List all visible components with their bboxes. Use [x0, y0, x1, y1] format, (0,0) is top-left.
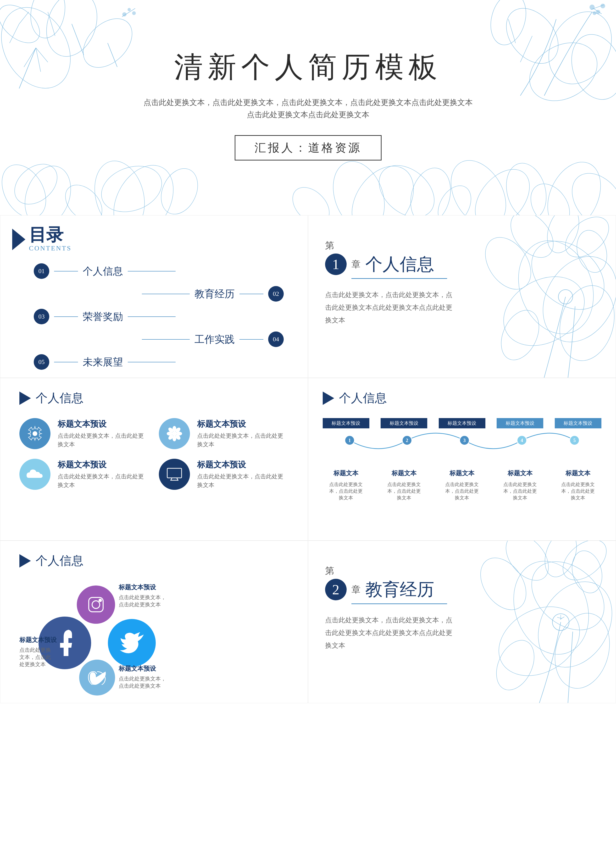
personal-info-timeline-title: 个人信息	[339, 390, 387, 406]
svg-point-61	[541, 215, 585, 257]
svg-point-28	[486, 0, 531, 49]
svg-point-91	[501, 551, 601, 665]
svg-point-47	[561, 163, 616, 215]
svg-point-20	[519, 31, 608, 108]
icon-circle-monitor	[159, 459, 190, 490]
svg-point-42	[405, 163, 457, 215]
icon-text-2: 标题文本预设 点击此处处更换文本，点击此处更换文本	[197, 419, 289, 449]
personal-info-timeline-slide: 个人信息 标题文本预设 标题文本预设 标题文本预设 标题文本预设 标题文本预设 …	[308, 378, 616, 540]
chapter1-title: 个人信息	[365, 253, 434, 276]
timeline-descs: 点击此处更换文本，点击此处更换文本 点击此处更换文本，点击此处更换文本 点击此处…	[323, 481, 602, 501]
svg-point-63	[33, 431, 37, 436]
svg-point-23	[601, 4, 605, 8]
chapter2-underline	[351, 603, 447, 604]
chapter2-content: 第 2 章 教育经历 点击此处更换文本，点击此处更换文本，点击此处更换文本点此处…	[325, 565, 457, 652]
vimeo-desc: 点击此处更换文本，点击此处更换文本	[119, 675, 166, 690]
svg-point-38	[154, 163, 204, 215]
instagram-desc: 点击此处更换文本，点击此处更换文本	[119, 594, 166, 608]
svg-point-98	[489, 634, 542, 696]
icon-circle-gear	[19, 418, 50, 449]
icon-item-1: 标题文本预设 点击此处处更换文本，点击此处更换文本	[19, 418, 149, 449]
cover-title: 清新个人简历模板	[93, 48, 523, 87]
timeline-sub-2: 标题文本	[380, 469, 427, 477]
timeline-desc-3: 点击此处更换文本，点击此处更换文本	[439, 481, 486, 501]
personal-info-timeline-header: 个人信息	[323, 390, 602, 406]
facebook-desc: 点击此处更换文本，点击此处更换文本	[19, 647, 51, 668]
svg-point-36	[95, 158, 168, 215]
personal-info-icons-title: 个人信息	[36, 390, 83, 406]
toc-title-cn: 目录	[29, 226, 72, 243]
chapter2-floral	[467, 541, 616, 703]
svg-point-52	[528, 243, 616, 355]
toc-item-5: 05 未来展望	[19, 354, 298, 370]
bubble-twitter	[108, 619, 156, 667]
chapter1-content: 第 1 章 个人信息 点击此处更换文本，点击此处更换文本，点击此处更换文本点此处…	[325, 239, 457, 327]
toc-label-4: 工作实践	[195, 333, 235, 346]
svg-point-54	[518, 227, 616, 324]
chapter-word-pre: 第	[325, 239, 457, 251]
toc-num-2: 02	[268, 286, 284, 302]
chapter2-word-post: 章	[351, 584, 360, 596]
toc-num-1: 01	[34, 263, 49, 279]
toc-line-1	[54, 271, 78, 272]
svg-point-0	[0, 0, 85, 101]
cover-slide: 清新个人简历模板 点击此处更换文本，点击此处更换文本，点击此处更换文本，点击此处…	[0, 0, 616, 215]
svg-point-34	[87, 155, 152, 215]
svg-rect-73	[167, 468, 182, 478]
timeline-desc-5: 点击此处更换文本，点击此处更换文本	[555, 481, 602, 501]
toc-num-5: 05	[34, 354, 49, 370]
svg-point-35	[102, 154, 185, 215]
personal-info-icons-slide: 个人信息 标题文本预设 点击此处处更换文本，点击此处更换文本	[0, 378, 308, 540]
toc-header: 目录 CONTENTS	[29, 226, 72, 252]
svg-point-95	[547, 607, 616, 694]
svg-line-3	[36, 48, 48, 62]
svg-point-53	[491, 262, 597, 360]
svg-line-6	[72, 24, 84, 55]
chapter1-slide: 第 1 章 个人信息 点击此处更换文本，点击此处更换文本，点击此处更换文本点此处…	[308, 215, 616, 378]
section-triangle-1	[19, 391, 31, 405]
toc-label-1: 个人信息	[83, 264, 123, 278]
svg-point-100	[497, 541, 557, 588]
icon-desc-3: 点击此处处更换文本，点击此处更换文本	[58, 472, 149, 489]
svg-point-24	[593, 11, 596, 15]
timeline-box-1: 标题文本预设	[323, 418, 369, 428]
svg-text:3: 3	[463, 438, 465, 443]
svg-point-97	[471, 550, 535, 618]
toc-item-4: 04 工作实践	[19, 331, 298, 347]
toc-item-1: 01 个人信息	[19, 263, 298, 279]
timeline-sub-3: 标题文本	[439, 469, 486, 477]
svg-line-104	[557, 617, 562, 619]
icon-item-4: 标题文本预设 点击此处处更换文本，点击此处更换文本	[159, 459, 289, 490]
icon-label-1: 标题文本预设	[58, 419, 149, 430]
icon-text-3: 标题文本预设 点击此处处更换文本，点击此处更换文本	[58, 459, 149, 489]
chapter1-circle: 1	[325, 253, 347, 275]
icon-desc-1: 点击此处处更换文本，点击此处更换文本	[58, 432, 149, 449]
svg-line-1	[19, 48, 36, 88]
svg-text:1: 1	[348, 438, 351, 443]
cover-subtitle: 点击此处更换文本，点击此处更换文本，点击此处更换文本，点击此处更换文本点击此处更…	[93, 96, 523, 121]
chapter2-circle: 2	[325, 579, 347, 600]
chapter1-underline	[351, 278, 447, 279]
svg-point-58	[494, 304, 546, 366]
instagram-label: 标题文本预设	[119, 583, 156, 592]
toc-num-3: 03	[34, 309, 49, 324]
chapter1-desc: 点击此处更换文本，点击此处更换文本，点击此处更换文本点此处更换文本点点此处更换文…	[325, 289, 457, 327]
chapter2-word-pre: 第	[325, 565, 457, 577]
toc-line-5	[54, 362, 78, 362]
svg-point-18	[536, 0, 616, 95]
icon-circle-cloud	[19, 459, 50, 490]
svg-point-19	[563, 27, 616, 107]
timeline-desc-2: 点击此处更换文本，点击此处更换文本	[380, 481, 427, 501]
svg-text:5: 5	[573, 438, 575, 443]
timeline-box-4: 标题文本预设	[497, 418, 543, 428]
svg-point-55	[552, 280, 616, 367]
icon-text-1: 标题文本预设 点击此处处更换文本，点击此处更换文本	[58, 419, 149, 449]
svg-point-49	[431, 180, 478, 215]
svg-point-99	[567, 547, 606, 597]
toc-line-4b	[142, 339, 190, 339]
icon-desc-4: 点击此处处更换文本，点击此处更换文本	[197, 472, 289, 489]
chapter1-floral	[472, 215, 616, 378]
svg-point-57	[476, 229, 540, 298]
toc-line-5b	[128, 362, 176, 362]
timeline-sub-labels: 标题文本 标题文本 标题文本 标题文本 标题文本	[323, 469, 602, 477]
